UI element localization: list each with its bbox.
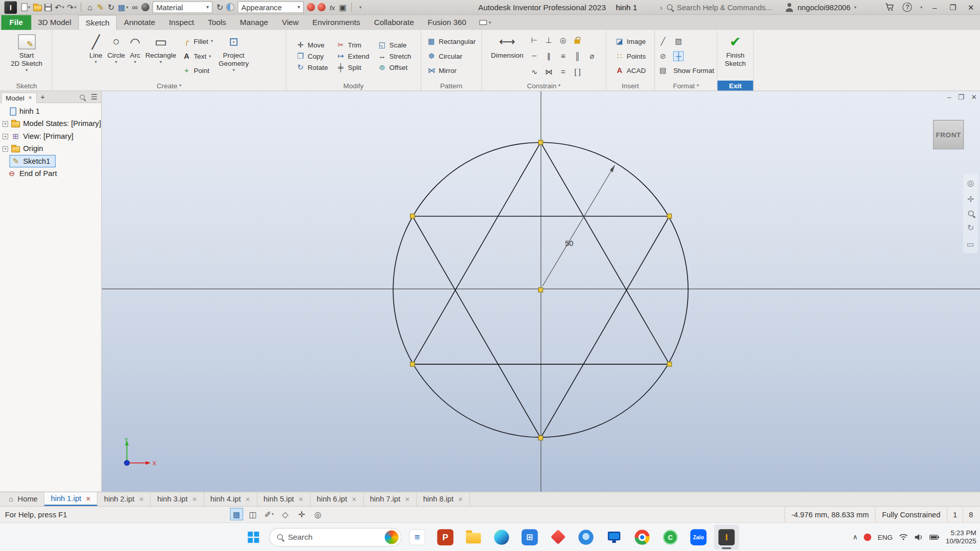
wifi-icon[interactable] <box>899 534 908 540</box>
model-tab[interactable]: Model ✕ <box>1 92 36 103</box>
snap-toggle[interactable]: ◫ <box>246 508 259 520</box>
expander-icon[interactable]: + <box>3 133 8 139</box>
trim-button[interactable]: ✂Trim <box>336 40 369 49</box>
horizontal-constraint-icon[interactable]: ≡ <box>556 48 570 64</box>
move-button[interactable]: ✛Move <box>296 40 328 49</box>
taskbar-red-diamond-app-icon[interactable] <box>545 524 570 549</box>
equal-constraint-icon[interactable]: = <box>556 64 570 80</box>
search-input[interactable]: Search Help & Commands... <box>677 3 772 12</box>
qat-overflow-button[interactable]: ▾ <box>355 1 366 13</box>
material-dropdown[interactable]: Material▾ <box>153 1 213 13</box>
insert-acad-button[interactable]: AACAD <box>615 66 646 74</box>
expander-icon[interactable]: + <box>3 146 8 152</box>
circle-tool-button[interactable]: ○ Circle ▾ <box>105 31 127 81</box>
driven-dimension-icon[interactable]: ▨ <box>673 36 684 46</box>
taskbar-powerpoint-icon[interactable]: P <box>433 524 458 549</box>
tab-inspect[interactable]: Inspect <box>162 15 201 30</box>
zoom-icon[interactable] <box>968 211 973 216</box>
navigation-wheel-icon[interactable]: ◎ <box>967 178 974 187</box>
tab-fusion-360[interactable]: Fusion 360 <box>421 15 473 30</box>
tree-item-sketch1[interactable]: ✎ Sketch1 <box>0 155 101 167</box>
close-tab-icon[interactable]: ✕ <box>299 496 304 503</box>
tab-environments[interactable]: Environments <box>306 15 368 30</box>
dimension-button[interactable]: ⟷ Dimension <box>488 31 526 81</box>
taskbar-edge-icon[interactable] <box>489 524 514 549</box>
orbit-icon[interactable]: ↻ <box>967 223 974 232</box>
doc-tab-hinh5[interactable]: hinh 5.ipt✕ <box>257 492 310 506</box>
taskbar-my-computer-icon[interactable] <box>602 524 627 549</box>
close-tab-icon[interactable]: ✕ <box>192 496 197 503</box>
taskbar-blue-circle-app-icon[interactable] <box>573 524 598 549</box>
show-format-button[interactable]: ▤ Show Format <box>658 66 715 76</box>
appearance-refresh-button[interactable]: ↻ <box>214 1 225 13</box>
fix-constraint-icon[interactable] <box>570 33 584 48</box>
precise-input-toggle[interactable]: ◎ <box>311 508 325 520</box>
tab-annotate[interactable]: Annotate <box>117 15 162 30</box>
panel-label-exit[interactable]: Exit <box>718 81 753 91</box>
measure-toggle[interactable]: ✐▾ <box>262 508 276 520</box>
show-constraints-icon[interactable]: [ ] <box>570 64 584 80</box>
doc-tab-hinh7[interactable]: hinh 7.ipt✕ <box>363 492 416 506</box>
dimension-annotation[interactable]: 50 <box>543 165 615 286</box>
tab-sketch[interactable]: Sketch <box>78 15 117 30</box>
app-store-cart-icon[interactable] <box>885 3 894 11</box>
tree-item-view[interactable]: + ⊞ View: [Primary] <box>0 130 101 142</box>
extend-button[interactable]: ↦Extend <box>336 52 369 60</box>
arc-tool-button[interactable]: ◠ Arc ▾ <box>128 31 143 81</box>
doc-tab-hinh1[interactable]: hinh 1.ipt✕ <box>44 492 97 506</box>
close-tab-icon[interactable]: ✕ <box>405 496 410 503</box>
taskbar-store-icon[interactable]: ⊞ <box>517 524 542 549</box>
doc-tab-hinh8[interactable]: hinh 8.ipt✕ <box>417 492 470 506</box>
view-cube[interactable]: FRONT <box>933 120 964 149</box>
doc-tab-hinh6[interactable]: hinh 6.ipt✕ <box>310 492 363 506</box>
appearance-dropdown[interactable]: Appearance▾ <box>238 1 304 13</box>
panel-label-pattern[interactable]: Pattern <box>421 81 481 91</box>
taskbar-search[interactable]: Search <box>269 528 402 546</box>
close-tab-icon[interactable]: ✕ <box>139 496 144 503</box>
rectangle-tool-button[interactable]: ▭ Rectangle ▾ <box>143 31 179 81</box>
taskbar-file-explorer-icon[interactable] <box>461 524 486 549</box>
doc-minimize-icon[interactable]: – <box>947 93 951 101</box>
help-search[interactable]: › Search Help & Commands... <box>660 0 772 14</box>
perpendicular-constraint-icon[interactable]: ⊥ <box>542 33 556 48</box>
doc-close-icon[interactable]: ✕ <box>971 93 977 101</box>
mirror-button[interactable]: ⋈Mirror <box>427 66 476 74</box>
tree-item-part[interactable]: hinh 1 <box>0 105 101 117</box>
circular-pattern-button[interactable]: ☸Circular <box>427 52 476 60</box>
browser-search-icon[interactable] <box>80 94 85 99</box>
new-file-button[interactable]: ▾ <box>20 1 32 13</box>
battery-icon[interactable] <box>929 534 940 540</box>
centerline-icon[interactable]: ⊘ <box>658 51 669 61</box>
tab-3d-model[interactable]: 3D Model <box>31 15 78 30</box>
split-button[interactable]: ╪Split <box>336 63 369 71</box>
adjust-button[interactable] <box>306 1 316 13</box>
close-tab-icon[interactable]: ✕ <box>86 495 91 502</box>
scale-button[interactable]: ◱Scale <box>377 40 411 49</box>
sketch1-selected[interactable]: ✎ Sketch1 <box>10 156 56 167</box>
add-browser-tab-button[interactable]: + <box>37 92 48 101</box>
tray-chevron-icon[interactable]: ∧ <box>852 533 857 541</box>
finish-sketch-button[interactable]: ✔ Finish Sketch <box>722 31 748 81</box>
browser-menu-icon[interactable]: ☰ <box>91 92 97 101</box>
material-sphere-button[interactable] <box>140 1 151 13</box>
help-dropdown-icon[interactable]: ▾ <box>920 5 922 10</box>
parameters-button[interactable]: ∞ <box>130 1 140 13</box>
concentric-constraint-icon[interactable]: ◎ <box>556 33 570 48</box>
dynamic-input-toggle[interactable]: ✛ <box>295 508 308 520</box>
tab-file[interactable]: File <box>1 15 31 30</box>
ribbon-display-options[interactable]: ▾ <box>479 15 491 30</box>
close-tab-icon[interactable]: ✕ <box>458 496 463 503</box>
dimension-value-text[interactable]: 50 <box>565 239 573 247</box>
fillet-button[interactable]: ╭Fillet▾ <box>182 37 213 46</box>
sketch-viewport[interactable]: 50 <box>102 91 980 492</box>
tab-view[interactable]: View <box>275 15 306 30</box>
copy-button[interactable]: ❐Copy <box>296 52 328 60</box>
sketch-canvas[interactable]: 50 – ❐ ✕ FRONT ◎ ✛ <box>102 91 980 492</box>
smooth-constraint-icon[interactable]: ∿ <box>527 64 542 80</box>
text-button[interactable]: AText▾ <box>182 52 213 60</box>
panel-label-sketch[interactable]: Sketch <box>1 81 52 91</box>
minimize-button[interactable]: – <box>925 0 944 14</box>
account-menu[interactable]: nngocloi982006 ▾ <box>785 0 856 14</box>
taskbar-inventor-icon[interactable]: I <box>714 524 739 549</box>
volume-icon[interactable] <box>915 533 923 541</box>
